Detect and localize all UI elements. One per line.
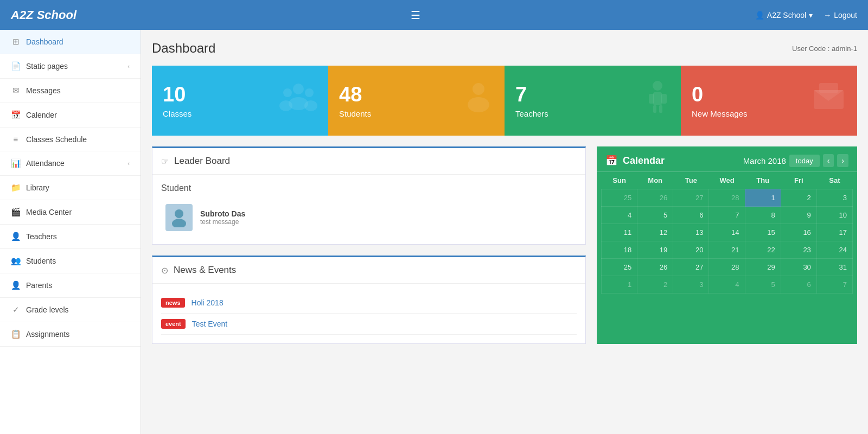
cal-cell[interactable]: 27 <box>673 259 709 276</box>
cal-cell[interactable]: 26 <box>637 189 673 207</box>
cal-cell[interactable]: 13 <box>673 224 709 241</box>
today-button[interactable]: today <box>789 155 820 167</box>
lower-row: ☞ Leader Board Student <box>152 146 857 344</box>
leader-board-body: Student Subroto Das test message <box>152 175 585 244</box>
cal-cell[interactable]: 20 <box>673 241 709 259</box>
cal-cell[interactable]: 25 <box>602 259 637 276</box>
cal-cell[interactable]: 5 <box>745 276 781 293</box>
content-header: Dashboard User Code : admin-1 <box>152 41 857 56</box>
cal-cell[interactable]: 29 <box>745 259 781 276</box>
next-month-button[interactable]: › <box>837 154 848 167</box>
cal-cell[interactable]: 26 <box>637 259 673 276</box>
sidebar-item-classes-schedule[interactable]: ≡ Classes Schedule <box>0 127 141 151</box>
cal-cell[interactable]: 8 <box>745 207 781 224</box>
cal-day-thu: Thu <box>745 172 781 189</box>
logout-button[interactable]: → Logout <box>824 11 857 20</box>
news-events-icon: ⊙ <box>161 265 168 276</box>
news-link-1[interactable]: Test Event <box>192 320 227 328</box>
cal-cell[interactable]: 12 <box>637 224 673 241</box>
cal-cell[interactable]: 3 <box>673 276 709 293</box>
cal-cell[interactable]: 24 <box>816 241 852 259</box>
sidebar-item-grade-levels[interactable]: ✓ Grade levels <box>0 298 141 322</box>
stat-card-new-messages: 0 New Messages <box>681 66 857 136</box>
sidebar-item-parents[interactable]: 👤 Parents <box>0 273 141 298</box>
event-badge-1: event <box>161 319 186 329</box>
sidebar-item-calender[interactable]: 📅 Calender <box>0 103 141 127</box>
cal-cell[interactable]: 9 <box>781 207 816 224</box>
cal-cell[interactable]: 30 <box>781 259 816 276</box>
svg-point-0 <box>293 84 304 94</box>
sidebar-label-teachers: Teachers <box>26 232 57 241</box>
sidebar-item-assignments[interactable]: 📋 Assignments <box>0 322 141 347</box>
cal-cell[interactable]: 3 <box>816 189 852 207</box>
cal-cell[interactable]: 4 <box>709 276 745 293</box>
cal-cell[interactable]: 1 <box>745 189 781 207</box>
leader-board-header: ☞ Leader Board <box>152 148 585 175</box>
cal-cell[interactable]: 23 <box>781 241 816 259</box>
content-area: Dashboard User Code : admin-1 10 Classes <box>141 30 868 434</box>
cal-cell[interactable]: 21 <box>709 241 745 259</box>
cal-cell[interactable]: 19 <box>637 241 673 259</box>
cal-cell[interactable]: 18 <box>602 241 637 259</box>
cal-cell[interactable]: 5 <box>637 207 673 224</box>
cal-cell[interactable]: 28 <box>709 189 745 207</box>
cal-cell[interactable]: 2 <box>781 189 816 207</box>
dashboard-icon: ⊞ <box>11 37 21 47</box>
news-badge-0: news <box>161 298 185 308</box>
news-item-1: event Test Event <box>161 314 577 335</box>
sidebar-item-static-pages[interactable]: 📄 Static pages ‹ <box>0 54 141 79</box>
avatar <box>165 204 193 231</box>
cal-day-fri: Fri <box>781 172 816 189</box>
cal-cell[interactable]: 14 <box>709 224 745 241</box>
cal-cell[interactable]: 27 <box>673 189 709 207</box>
cal-cell[interactable]: 7 <box>709 207 745 224</box>
sidebar-label-grade-levels: Grade levels <box>26 305 69 314</box>
cal-cell[interactable]: 2 <box>637 276 673 293</box>
stat-card-classes: 10 Classes <box>152 66 328 136</box>
cal-cell[interactable]: 6 <box>781 276 816 293</box>
cal-cell[interactable]: 11 <box>602 224 637 241</box>
calendar-grid: Sun Mon Tue Wed Thu Fri Sat 252627281234… <box>601 172 853 293</box>
sidebar-item-attendance[interactable]: 📊 Attendance ‹ <box>0 151 141 176</box>
sidebar-item-dashboard[interactable]: ⊞ Dashboard <box>0 30 141 54</box>
sidebar-label-attendance: Attendance <box>26 159 65 168</box>
attendance-icon: 📊 <box>11 158 21 168</box>
prev-month-button[interactable]: ‹ <box>823 154 834 167</box>
news-events-panel: ⊙ News & Events news Holi 2018 event Tes… <box>152 256 586 344</box>
cal-cell[interactable]: 7 <box>816 276 852 293</box>
cal-cell[interactable]: 6 <box>673 207 709 224</box>
new-messages-label: New Messages <box>692 109 748 118</box>
svg-point-18 <box>172 219 186 227</box>
sidebar-item-students[interactable]: 👥 Students <box>0 249 141 273</box>
user-menu[interactable]: 👤 A2Z School ▾ <box>755 11 813 20</box>
leader-board-panel: ☞ Leader Board Student <box>152 146 586 245</box>
sidebar-item-messages[interactable]: ✉ Messages <box>0 79 141 103</box>
sidebar-item-teachers[interactable]: 👤 Teachers <box>0 225 141 249</box>
cal-cell[interactable]: 4 <box>602 207 637 224</box>
classes-count: 10 <box>163 83 192 106</box>
cal-day-wed: Wed <box>709 172 745 189</box>
cal-day-mon: Mon <box>637 172 673 189</box>
cal-cell[interactable]: 17 <box>816 224 852 241</box>
cal-cell[interactable]: 10 <box>816 207 852 224</box>
cal-cell[interactable]: 1 <box>602 276 637 293</box>
logout-icon: → <box>824 11 831 20</box>
sidebar-item-media-center[interactable]: 🎬 Media Center <box>0 200 141 225</box>
sidebar-item-library[interactable]: 📁 Library <box>0 176 141 200</box>
cal-cell[interactable]: 28 <box>709 259 745 276</box>
svg-point-17 <box>175 209 183 218</box>
cal-cell[interactable]: 16 <box>781 224 816 241</box>
teachers-icon: 👤 <box>11 232 21 241</box>
brand-logo: A2Z School <box>11 8 76 22</box>
cal-cell[interactable]: 31 <box>816 259 852 276</box>
cal-day-sun: Sun <box>602 172 637 189</box>
cal-cell[interactable]: 22 <box>745 241 781 259</box>
menu-icon[interactable]: ☰ <box>411 9 420 22</box>
sidebar-label-dashboard: Dashboard <box>26 37 63 46</box>
chevron-down-icon: ▾ <box>809 11 813 20</box>
cal-cell[interactable]: 25 <box>602 189 637 207</box>
left-column: ☞ Leader Board Student <box>152 146 586 344</box>
news-link-0[interactable]: Holi 2018 <box>192 298 224 307</box>
stats-row: 10 Classes 48 Studen <box>152 66 857 136</box>
cal-cell[interactable]: 15 <box>745 224 781 241</box>
